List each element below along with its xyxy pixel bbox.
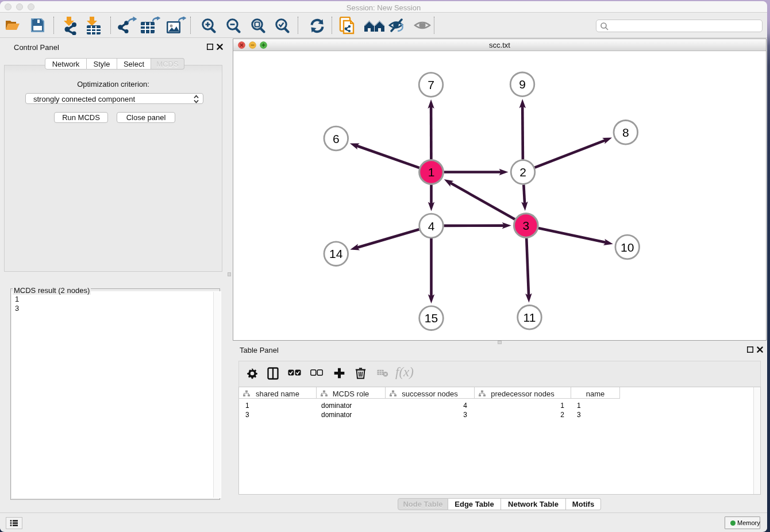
- svg-text:10: 10: [621, 241, 634, 254]
- svg-text:15: 15: [425, 311, 438, 325]
- svg-text:4: 4: [428, 219, 435, 233]
- svg-text:3: 3: [522, 219, 529, 232]
- svg-text:6: 6: [333, 132, 340, 145]
- svg-text:7: 7: [428, 78, 434, 91]
- svg-text:9: 9: [519, 78, 526, 91]
- svg-text:2: 2: [519, 165, 526, 179]
- svg-text:1: 1: [428, 165, 435, 179]
- svg-text:8: 8: [622, 126, 629, 139]
- svg-text:14: 14: [329, 247, 343, 260]
- svg-text:11: 11: [523, 311, 536, 324]
